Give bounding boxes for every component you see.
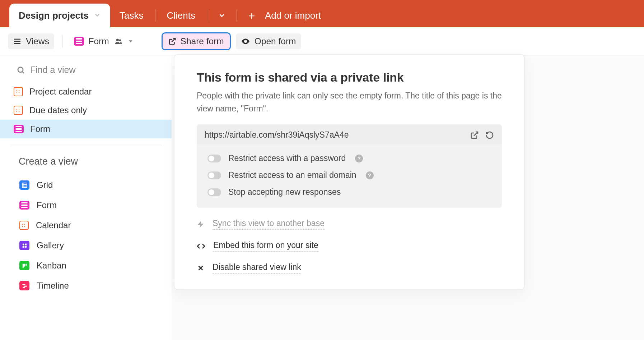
add-or-import-button[interactable]: ＋ Add or import — [239, 4, 328, 27]
label: Form — [37, 200, 57, 210]
divider — [10, 145, 162, 145]
search-icon — [17, 66, 25, 74]
label: Calendar — [36, 220, 71, 230]
window-accent-bar — [0, 0, 644, 4]
view-list: Project calendar Due dates only Form — [0, 82, 172, 138]
calendar-icon — [14, 106, 23, 115]
views-sidebar-toggle[interactable]: Views — [8, 33, 54, 49]
view-item-project-calendar[interactable]: Project calendar — [0, 82, 172, 101]
help-icon[interactable]: ? — [355, 155, 363, 162]
label: Open form — [255, 36, 296, 46]
lightning-icon — [197, 220, 205, 228]
svg-rect-16 — [25, 246, 27, 248]
share-form-popover: This form is shared via a private link P… — [174, 55, 524, 289]
view-item-form[interactable]: Form — [0, 120, 172, 138]
form-icon — [74, 37, 84, 46]
label: Gallery — [37, 240, 64, 251]
grid-icon — [19, 180, 29, 190]
popover-subtitle: People with the private link can only se… — [197, 89, 502, 115]
label: Kanban — [37, 261, 66, 271]
view-toolbar: Views Form Share form Open form — [0, 27, 644, 55]
label: Form — [88, 36, 109, 46]
tab-divider — [237, 9, 237, 22]
chevron-down-icon — [218, 12, 226, 19]
label: Views — [26, 36, 49, 46]
create-gallery[interactable]: Gallery — [0, 235, 172, 256]
label: Disable shared view link — [213, 262, 301, 274]
base-tabs: Design projects Tasks Clients ＋ Add or i… — [0, 4, 644, 27]
sync-view-link[interactable]: Sync this view to another base — [197, 208, 502, 230]
collaborators-icon — [113, 37, 123, 45]
opt-password: Restrict access with a password ? — [207, 153, 491, 163]
view-item-due-dates[interactable]: Due dates only — [0, 101, 172, 120]
menu-icon — [13, 37, 22, 46]
search-input[interactable] — [30, 65, 162, 75]
svg-rect-9 — [22, 183, 27, 188]
create-form[interactable]: Form — [0, 195, 172, 215]
regenerate-link-icon[interactable] — [485, 131, 494, 139]
embed-form-link[interactable]: Embed this form on your site — [197, 230, 502, 252]
gallery-icon — [19, 241, 29, 250]
share-form-button[interactable]: Share form — [162, 32, 231, 50]
open-form-button[interactable]: Open form — [236, 33, 301, 49]
label: Share form — [181, 36, 224, 46]
form-icon — [14, 125, 24, 133]
svg-line-8 — [23, 72, 24, 73]
svg-rect-14 — [25, 243, 27, 245]
popover-title: This form is shared via a private link — [197, 70, 502, 84]
svg-rect-15 — [22, 246, 24, 248]
toggle-email-domain[interactable] — [207, 171, 221, 179]
create-grid[interactable]: Grid — [0, 175, 172, 195]
tab-label: Design projects — [19, 10, 89, 21]
view-label: Project calendar — [29, 87, 92, 97]
label: Grid — [37, 180, 53, 190]
create-calendar[interactable]: Calendar — [0, 215, 172, 235]
tab-label: Clients — [167, 10, 195, 21]
view-search[interactable] — [0, 61, 172, 82]
svg-line-6 — [172, 38, 175, 42]
create-view-list: Grid Form Calendar Gallery Kanban Timeli… — [0, 175, 172, 296]
create-kanban[interactable]: Kanban — [0, 256, 172, 276]
form-icon — [19, 201, 29, 210]
label: Embed this form on your site — [213, 240, 318, 252]
tab-divider — [155, 9, 155, 22]
svg-marker-24 — [198, 221, 204, 228]
svg-point-7 — [18, 67, 23, 72]
svg-rect-17 — [22, 263, 23, 267]
external-link-icon — [168, 37, 176, 45]
share-url: https://airtable.com/shr39iAqslyS7aA4e — [205, 130, 349, 140]
disable-link-link[interactable]: Disable shared view link — [197, 252, 502, 274]
chevron-down-icon[interactable] — [94, 10, 101, 21]
create-timeline[interactable]: Timeline — [0, 276, 172, 296]
eye-icon — [241, 37, 250, 46]
tab-divider — [207, 9, 207, 22]
calendar-icon — [19, 221, 29, 230]
svg-rect-19 — [25, 263, 27, 266]
timeline-icon — [19, 281, 29, 290]
opt-label: Restrict access with a password — [228, 153, 346, 163]
views-sidebar: Project calendar Due dates only Form Cre… — [0, 55, 172, 340]
tab-design-projects[interactable]: Design projects — [9, 4, 110, 27]
add-tab-label: Add or import — [265, 10, 321, 21]
svg-rect-20 — [22, 284, 25, 285]
toggle-stop-responses[interactable] — [207, 188, 221, 196]
opt-label: Restrict access to an email domain — [228, 170, 356, 180]
caret-down-icon — [128, 38, 134, 44]
tab-clients[interactable]: Clients — [158, 4, 205, 27]
tab-tasks[interactable]: Tasks — [110, 4, 153, 27]
current-view[interactable]: Form — [70, 34, 137, 49]
toggle-password[interactable] — [207, 155, 221, 162]
kanban-icon — [19, 261, 29, 270]
label: Timeline — [37, 281, 69, 291]
tab-label: Tasks — [120, 10, 143, 21]
share-url-box[interactable]: https://airtable.com/shr39iAqslyS7aA4e — [197, 124, 502, 146]
open-link-icon[interactable] — [470, 131, 479, 139]
close-icon — [197, 264, 205, 272]
tabs-overflow[interactable] — [209, 4, 234, 27]
help-icon[interactable]: ? — [366, 171, 374, 179]
svg-point-3 — [116, 38, 118, 41]
svg-marker-5 — [129, 40, 132, 42]
svg-rect-13 — [22, 243, 24, 245]
plus-icon: ＋ — [246, 8, 257, 23]
label: Sync this view to another base — [213, 219, 325, 230]
